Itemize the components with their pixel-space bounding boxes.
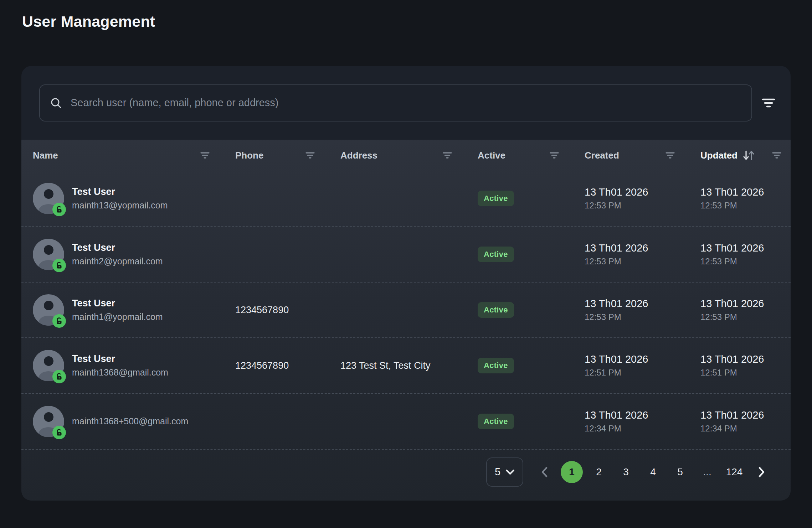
page-button-2[interactable]: 2 bbox=[588, 461, 610, 483]
page-size-value: 5 bbox=[495, 466, 500, 478]
avatar bbox=[33, 294, 64, 326]
status-badge: Active bbox=[478, 247, 514, 262]
unlock-badge-icon bbox=[52, 426, 66, 439]
column-header-active[interactable]: Active bbox=[478, 150, 585, 161]
user-identity: Test User mainth1@yopmail.com bbox=[72, 298, 163, 322]
updated-date: 13 Th01 2026 bbox=[700, 409, 791, 421]
created-cell: 13 Th01 2026 12:53 PM bbox=[585, 298, 700, 322]
user-email: mainth13@yopmail.com bbox=[72, 200, 168, 211]
pagination-ellipsis: ... bbox=[696, 461, 718, 483]
column-label: Active bbox=[478, 150, 505, 161]
user-email: mainth1368@gmail.com bbox=[72, 367, 168, 378]
column-filter-icon[interactable] bbox=[305, 151, 315, 159]
column-filter-icon[interactable] bbox=[665, 151, 675, 159]
user-identity: Test User mainth2@yopmail.com bbox=[72, 242, 163, 266]
column-filter-icon[interactable] bbox=[550, 151, 559, 159]
prev-page-button[interactable] bbox=[535, 463, 553, 481]
search-section bbox=[21, 66, 791, 140]
page-button-3[interactable]: 3 bbox=[615, 461, 637, 483]
table-row[interactable]: Test User mainth13@yopmail.com Active 13… bbox=[21, 171, 791, 226]
name-cell: Test User mainth13@yopmail.com bbox=[33, 183, 235, 214]
active-cell: Active bbox=[478, 302, 585, 318]
search-input[interactable] bbox=[71, 97, 741, 109]
user-management-card: Name Phone bbox=[21, 66, 791, 501]
column-filter-icon[interactable] bbox=[200, 151, 210, 159]
user-identity: Test User mainth1368@gmail.com bbox=[72, 353, 168, 378]
status-badge: Active bbox=[478, 191, 514, 206]
column-header-name[interactable]: Name bbox=[33, 150, 235, 161]
updated-cell: 13 Th01 2026 12:51 PM bbox=[700, 353, 791, 378]
chevron-left-icon bbox=[541, 466, 548, 478]
unlock-badge-icon bbox=[52, 259, 66, 272]
table-row[interactable]: Test User mainth1@yopmail.com 1234567890… bbox=[21, 282, 791, 337]
status-badge: Active bbox=[478, 302, 514, 318]
created-time: 12:53 PM bbox=[585, 312, 700, 322]
created-date: 13 Th01 2026 bbox=[585, 242, 700, 254]
updated-date: 13 Th01 2026 bbox=[700, 242, 791, 254]
search-icon bbox=[50, 97, 62, 109]
active-cell: Active bbox=[478, 358, 585, 373]
active-cell: Active bbox=[478, 191, 585, 206]
column-header-phone[interactable]: Phone bbox=[235, 150, 340, 161]
page-number-list: 12345...124 bbox=[558, 461, 748, 483]
phone-cell: 1234567890 bbox=[235, 360, 340, 371]
updated-cell: 13 Th01 2026 12:34 PM bbox=[700, 409, 791, 434]
user-email: mainth2@yopmail.com bbox=[72, 256, 163, 266]
column-label: Updated bbox=[700, 150, 738, 161]
search-input-wrapper[interactable] bbox=[39, 84, 752, 121]
created-cell: 13 Th01 2026 12:34 PM bbox=[585, 409, 700, 434]
sort-icon[interactable] bbox=[742, 150, 755, 161]
address-cell: 123 Test St, Test City bbox=[340, 360, 478, 371]
created-time: 12:51 PM bbox=[585, 368, 700, 378]
status-badge: Active bbox=[478, 358, 514, 373]
created-date: 13 Th01 2026 bbox=[585, 298, 700, 310]
column-header-updated[interactable]: Updated bbox=[700, 150, 791, 161]
name-cell: Test User mainth2@yopmail.com bbox=[33, 239, 235, 270]
updated-time: 12:53 PM bbox=[700, 312, 791, 322]
table-row[interactable]: Test User mainth1368@gmail.com 123456789… bbox=[21, 337, 791, 393]
name-cell: Test User mainth1368@gmail.com bbox=[33, 350, 235, 381]
name-cell: Test User mainth1@yopmail.com bbox=[33, 294, 235, 326]
updated-date: 13 Th01 2026 bbox=[700, 298, 791, 310]
user-name: Test User bbox=[72, 242, 163, 253]
next-page-button[interactable] bbox=[753, 463, 771, 481]
avatar bbox=[33, 239, 64, 270]
table-row[interactable]: mainth1368+500@gmail.com Active 13 Th01 … bbox=[21, 393, 791, 449]
avatar bbox=[33, 350, 64, 381]
updated-time: 12:34 PM bbox=[700, 424, 791, 434]
updated-cell: 13 Th01 2026 12:53 PM bbox=[700, 186, 791, 211]
user-name: Test User bbox=[72, 353, 168, 364]
column-label: Address bbox=[340, 150, 377, 161]
active-cell: Active bbox=[478, 247, 585, 262]
column-filter-icon[interactable] bbox=[443, 151, 452, 159]
page-button-1[interactable]: 1 bbox=[561, 461, 583, 483]
updated-time: 12:53 PM bbox=[700, 257, 791, 266]
chevron-down-icon bbox=[505, 469, 515, 475]
created-date: 13 Th01 2026 bbox=[585, 353, 700, 365]
column-header-created[interactable]: Created bbox=[585, 150, 700, 161]
phone-cell: 1234567890 bbox=[235, 305, 340, 316]
column-header-address[interactable]: Address bbox=[340, 150, 478, 161]
users-table: Name Phone bbox=[21, 140, 791, 501]
chevron-right-icon bbox=[758, 466, 765, 478]
page-size-select[interactable]: 5 bbox=[486, 457, 523, 487]
updated-date: 13 Th01 2026 bbox=[700, 353, 791, 365]
updated-cell: 13 Th01 2026 12:53 PM bbox=[700, 298, 791, 322]
table-header-row: Name Phone bbox=[21, 140, 791, 171]
created-time: 12:53 PM bbox=[585, 201, 700, 211]
column-label: Name bbox=[33, 150, 58, 161]
table-body: Test User mainth13@yopmail.com Active 13… bbox=[21, 171, 791, 449]
created-date: 13 Th01 2026 bbox=[585, 409, 700, 421]
global-filter-button[interactable] bbox=[756, 90, 781, 116]
column-filter-icon[interactable] bbox=[772, 151, 781, 159]
updated-time: 12:53 PM bbox=[700, 201, 791, 211]
page-button-5[interactable]: 5 bbox=[669, 461, 691, 483]
column-label: Phone bbox=[235, 150, 263, 161]
created-cell: 13 Th01 2026 12:53 PM bbox=[585, 242, 700, 266]
page-button-124[interactable]: 124 bbox=[723, 461, 745, 483]
user-identity: mainth1368+500@gmail.com bbox=[72, 416, 188, 426]
avatar bbox=[33, 183, 64, 214]
page-button-4[interactable]: 4 bbox=[642, 461, 664, 483]
created-time: 12:34 PM bbox=[585, 424, 700, 434]
table-row[interactable]: Test User mainth2@yopmail.com Active 13 … bbox=[21, 226, 791, 281]
